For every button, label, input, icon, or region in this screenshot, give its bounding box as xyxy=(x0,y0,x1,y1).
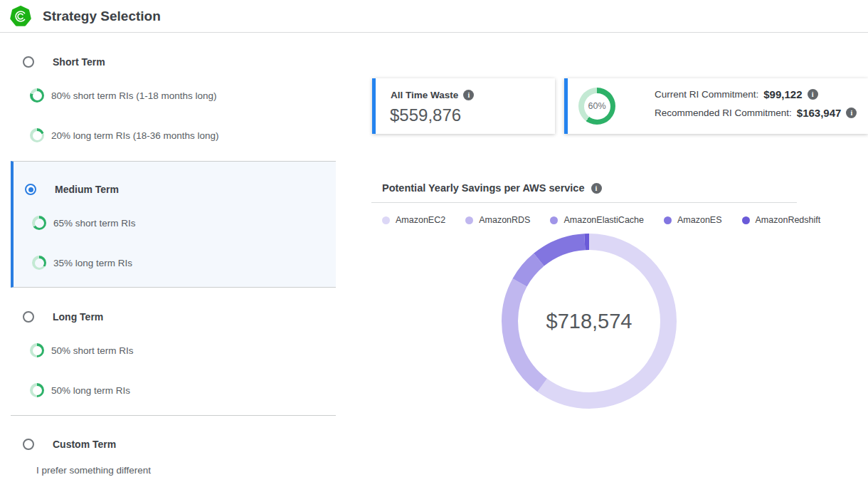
info-icon[interactable]: i xyxy=(808,89,818,100)
chart-title-row: Potential Yearly Savings per AWS service… xyxy=(382,182,602,194)
progress-ring xyxy=(32,216,46,230)
section-divider xyxy=(11,415,336,416)
option-label: Short Term xyxy=(53,56,105,68)
sub-option-row: 80% short term RIs (1-18 months long) xyxy=(30,88,217,103)
current-ri-commitment-row: Current RI Commitment: $99,122 i xyxy=(655,88,857,100)
savings-donut-chart: $718,574 xyxy=(502,234,677,409)
radio-long-term[interactable] xyxy=(23,311,34,323)
info-icon[interactable]: i xyxy=(846,108,857,118)
sub-option-row: 50% short term RIs xyxy=(30,343,134,357)
legend-item-AmazonEC2[interactable]: AmazonEC2 xyxy=(382,215,445,225)
sub-option-row: 35% long term RIs xyxy=(32,256,132,270)
info-icon[interactable]: i xyxy=(463,90,474,100)
brand-logo-icon xyxy=(10,6,31,27)
progress-ring xyxy=(30,383,44,397)
option-long-term[interactable]: Long Term xyxy=(23,311,103,323)
chart-title: Potential Yearly Savings per AWS service xyxy=(382,182,585,194)
sub-option-label: 50% long term RIs xyxy=(51,385,130,396)
legend-dot-icon xyxy=(664,216,672,224)
legend-dot-icon xyxy=(550,216,558,224)
option-label: Long Term xyxy=(53,311,103,323)
option-label: Custom Term xyxy=(53,439,116,450)
legend-label: AmazonEC2 xyxy=(396,215,445,225)
commitment-percent-label: 60% xyxy=(584,93,610,120)
recommended-ri-label: Recommended RI Commitment: xyxy=(655,108,792,118)
page-title: Strategy Selection xyxy=(43,0,161,33)
legend-dot-icon xyxy=(382,216,390,224)
commitment-percent-ring: 60% xyxy=(578,88,615,125)
radio-short-term[interactable] xyxy=(23,56,34,68)
sub-option-label: 80% short term RIs (1-18 months long) xyxy=(51,90,217,101)
custom-term-description: I prefer something different xyxy=(36,465,151,476)
donut-center-total: $718,574 xyxy=(502,234,677,409)
info-icon[interactable]: i xyxy=(591,183,602,194)
legend-item-AmazonES[interactable]: AmazonES xyxy=(664,215,722,225)
legend-item-AmazonRDS[interactable]: AmazonRDS xyxy=(465,215,530,225)
sub-option-label: 50% short term RIs xyxy=(51,345,134,356)
option-label: Medium Term xyxy=(55,184,119,195)
waste-card-value: $559,876 xyxy=(390,105,461,125)
sub-option-row: 20% long term RIs (18-36 months long) xyxy=(30,128,219,142)
waste-card-label: All Time Waste xyxy=(391,90,458,100)
legend-item-AmazonRedshift[interactable]: AmazonRedshift xyxy=(742,215,821,225)
legend-dot-icon xyxy=(742,216,750,224)
chart-divider xyxy=(371,202,797,203)
radio-medium-term[interactable] xyxy=(25,184,36,195)
ri-commitment-card: 60% Current RI Commitment: $99,122 i Rec… xyxy=(564,78,868,134)
current-ri-value: $99,122 xyxy=(763,88,802,100)
progress-ring xyxy=(30,128,44,142)
page-header: Strategy Selection xyxy=(0,0,868,33)
progress-ring xyxy=(32,256,46,270)
recommended-ri-value: $163,947 xyxy=(797,107,842,119)
legend-item-AmazonElastiCache[interactable]: AmazonElastiCache xyxy=(550,215,644,225)
radio-custom-term[interactable] xyxy=(23,439,34,450)
strategy-selection-page: Strategy Selection Short Term 80% short … xyxy=(0,0,868,492)
sub-option-row: 50% long term RIs xyxy=(30,383,130,397)
chart-legend: AmazonEC2AmazonRDSAmazonElastiCacheAmazo… xyxy=(382,215,820,225)
sub-option-row: 65% short term RIs xyxy=(32,216,136,230)
legend-label: AmazonRDS xyxy=(479,215,530,225)
legend-label: AmazonES xyxy=(677,215,722,225)
sub-option-label: 20% long term RIs (18-36 months long) xyxy=(51,130,219,141)
legend-label: AmazonRedshift xyxy=(756,215,821,225)
current-ri-label: Current RI Commitment: xyxy=(655,89,758,100)
progress-ring xyxy=(30,343,44,357)
legend-dot-icon xyxy=(465,216,473,224)
option-short-term[interactable]: Short Term xyxy=(23,56,105,68)
sub-option-label: 35% long term RIs xyxy=(53,258,132,268)
sub-option-label: 65% short term RIs xyxy=(53,218,136,229)
option-medium-term[interactable]: Medium Term xyxy=(25,184,119,195)
progress-ring xyxy=(30,88,44,103)
option-custom-term[interactable]: Custom Term xyxy=(23,439,116,450)
legend-label: AmazonElastiCache xyxy=(563,215,644,225)
all-time-waste-card: All Time Waste i $559,876 xyxy=(372,78,555,134)
recommended-ri-commitment-row: Recommended RI Commitment: $163,947 i xyxy=(655,107,857,119)
